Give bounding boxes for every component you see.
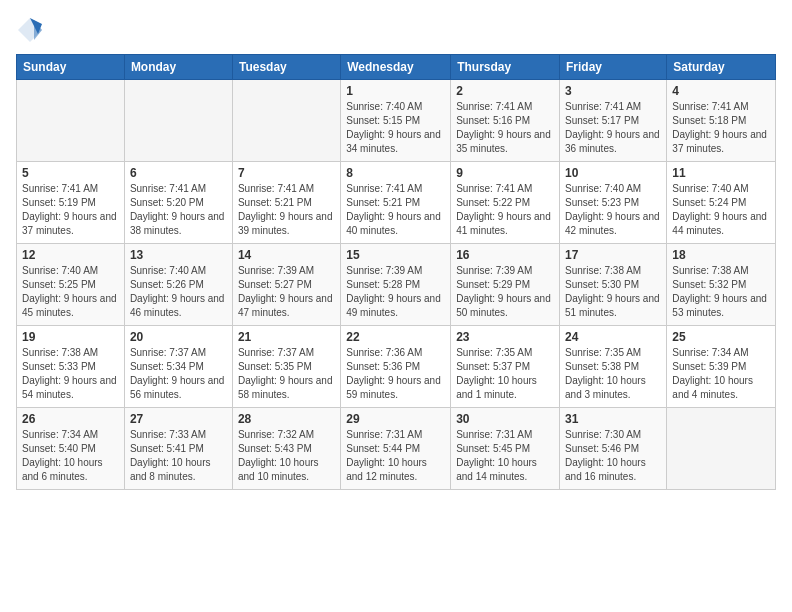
calendar-cell: 9Sunrise: 7:41 AM Sunset: 5:22 PM Daylig… [451, 162, 560, 244]
day-number: 21 [238, 330, 335, 344]
day-info: Sunrise: 7:31 AM Sunset: 5:44 PM Dayligh… [346, 428, 445, 484]
day-info: Sunrise: 7:40 AM Sunset: 5:24 PM Dayligh… [672, 182, 770, 238]
day-info: Sunrise: 7:37 AM Sunset: 5:35 PM Dayligh… [238, 346, 335, 402]
day-info: Sunrise: 7:41 AM Sunset: 5:16 PM Dayligh… [456, 100, 554, 156]
day-number: 17 [565, 248, 661, 262]
day-info: Sunrise: 7:39 AM Sunset: 5:29 PM Dayligh… [456, 264, 554, 320]
weekday-header-wednesday: Wednesday [341, 55, 451, 80]
day-number: 26 [22, 412, 119, 426]
calendar-cell: 19Sunrise: 7:38 AM Sunset: 5:33 PM Dayli… [17, 326, 125, 408]
calendar-cell: 12Sunrise: 7:40 AM Sunset: 5:25 PM Dayli… [17, 244, 125, 326]
day-number: 27 [130, 412, 227, 426]
calendar-cell [124, 80, 232, 162]
day-info: Sunrise: 7:41 AM Sunset: 5:17 PM Dayligh… [565, 100, 661, 156]
day-info: Sunrise: 7:41 AM Sunset: 5:21 PM Dayligh… [238, 182, 335, 238]
calendar-cell: 22Sunrise: 7:36 AM Sunset: 5:36 PM Dayli… [341, 326, 451, 408]
day-info: Sunrise: 7:41 AM Sunset: 5:20 PM Dayligh… [130, 182, 227, 238]
day-number: 14 [238, 248, 335, 262]
calendar-week-row: 12Sunrise: 7:40 AM Sunset: 5:25 PM Dayli… [17, 244, 776, 326]
calendar-week-row: 1Sunrise: 7:40 AM Sunset: 5:15 PM Daylig… [17, 80, 776, 162]
weekday-header-friday: Friday [560, 55, 667, 80]
weekday-header-thursday: Thursday [451, 55, 560, 80]
day-info: Sunrise: 7:39 AM Sunset: 5:27 PM Dayligh… [238, 264, 335, 320]
day-info: Sunrise: 7:41 AM Sunset: 5:21 PM Dayligh… [346, 182, 445, 238]
day-info: Sunrise: 7:40 AM Sunset: 5:25 PM Dayligh… [22, 264, 119, 320]
logo [16, 16, 48, 44]
day-info: Sunrise: 7:41 AM Sunset: 5:22 PM Dayligh… [456, 182, 554, 238]
day-info: Sunrise: 7:40 AM Sunset: 5:23 PM Dayligh… [565, 182, 661, 238]
day-info: Sunrise: 7:30 AM Sunset: 5:46 PM Dayligh… [565, 428, 661, 484]
weekday-header-monday: Monday [124, 55, 232, 80]
calendar-cell: 10Sunrise: 7:40 AM Sunset: 5:23 PM Dayli… [560, 162, 667, 244]
day-number: 2 [456, 84, 554, 98]
calendar-cell: 13Sunrise: 7:40 AM Sunset: 5:26 PM Dayli… [124, 244, 232, 326]
day-number: 6 [130, 166, 227, 180]
day-number: 15 [346, 248, 445, 262]
calendar-cell: 2Sunrise: 7:41 AM Sunset: 5:16 PM Daylig… [451, 80, 560, 162]
day-info: Sunrise: 7:38 AM Sunset: 5:33 PM Dayligh… [22, 346, 119, 402]
calendar-cell: 23Sunrise: 7:35 AM Sunset: 5:37 PM Dayli… [451, 326, 560, 408]
calendar-cell: 14Sunrise: 7:39 AM Sunset: 5:27 PM Dayli… [232, 244, 340, 326]
day-number: 12 [22, 248, 119, 262]
weekday-header-tuesday: Tuesday [232, 55, 340, 80]
day-number: 16 [456, 248, 554, 262]
day-number: 13 [130, 248, 227, 262]
day-number: 11 [672, 166, 770, 180]
calendar-cell: 6Sunrise: 7:41 AM Sunset: 5:20 PM Daylig… [124, 162, 232, 244]
day-info: Sunrise: 7:33 AM Sunset: 5:41 PM Dayligh… [130, 428, 227, 484]
calendar-body: 1Sunrise: 7:40 AM Sunset: 5:15 PM Daylig… [17, 80, 776, 490]
day-number: 25 [672, 330, 770, 344]
day-info: Sunrise: 7:37 AM Sunset: 5:34 PM Dayligh… [130, 346, 227, 402]
day-number: 19 [22, 330, 119, 344]
day-number: 10 [565, 166, 661, 180]
day-info: Sunrise: 7:38 AM Sunset: 5:32 PM Dayligh… [672, 264, 770, 320]
day-info: Sunrise: 7:40 AM Sunset: 5:15 PM Dayligh… [346, 100, 445, 156]
calendar-cell: 1Sunrise: 7:40 AM Sunset: 5:15 PM Daylig… [341, 80, 451, 162]
calendar-cell: 4Sunrise: 7:41 AM Sunset: 5:18 PM Daylig… [667, 80, 776, 162]
day-number: 18 [672, 248, 770, 262]
calendar-cell: 31Sunrise: 7:30 AM Sunset: 5:46 PM Dayli… [560, 408, 667, 490]
day-number: 28 [238, 412, 335, 426]
calendar-cell: 11Sunrise: 7:40 AM Sunset: 5:24 PM Dayli… [667, 162, 776, 244]
calendar-cell: 24Sunrise: 7:35 AM Sunset: 5:38 PM Dayli… [560, 326, 667, 408]
calendar-cell: 7Sunrise: 7:41 AM Sunset: 5:21 PM Daylig… [232, 162, 340, 244]
calendar-cell: 28Sunrise: 7:32 AM Sunset: 5:43 PM Dayli… [232, 408, 340, 490]
day-info: Sunrise: 7:41 AM Sunset: 5:19 PM Dayligh… [22, 182, 119, 238]
day-number: 23 [456, 330, 554, 344]
calendar-cell: 5Sunrise: 7:41 AM Sunset: 5:19 PM Daylig… [17, 162, 125, 244]
calendar-cell: 25Sunrise: 7:34 AM Sunset: 5:39 PM Dayli… [667, 326, 776, 408]
day-info: Sunrise: 7:39 AM Sunset: 5:28 PM Dayligh… [346, 264, 445, 320]
calendar-cell: 30Sunrise: 7:31 AM Sunset: 5:45 PM Dayli… [451, 408, 560, 490]
calendar-cell [667, 408, 776, 490]
calendar-cell: 26Sunrise: 7:34 AM Sunset: 5:40 PM Dayli… [17, 408, 125, 490]
day-number: 24 [565, 330, 661, 344]
calendar-cell: 18Sunrise: 7:38 AM Sunset: 5:32 PM Dayli… [667, 244, 776, 326]
calendar-cell: 29Sunrise: 7:31 AM Sunset: 5:44 PM Dayli… [341, 408, 451, 490]
day-number: 31 [565, 412, 661, 426]
day-info: Sunrise: 7:34 AM Sunset: 5:39 PM Dayligh… [672, 346, 770, 402]
day-info: Sunrise: 7:35 AM Sunset: 5:38 PM Dayligh… [565, 346, 661, 402]
calendar-week-row: 26Sunrise: 7:34 AM Sunset: 5:40 PM Dayli… [17, 408, 776, 490]
calendar-cell: 17Sunrise: 7:38 AM Sunset: 5:30 PM Dayli… [560, 244, 667, 326]
calendar-table: SundayMondayTuesdayWednesdayThursdayFrid… [16, 54, 776, 490]
day-info: Sunrise: 7:41 AM Sunset: 5:18 PM Dayligh… [672, 100, 770, 156]
day-number: 5 [22, 166, 119, 180]
day-number: 8 [346, 166, 445, 180]
day-number: 3 [565, 84, 661, 98]
calendar-header: SundayMondayTuesdayWednesdayThursdayFrid… [17, 55, 776, 80]
calendar-cell [17, 80, 125, 162]
day-number: 7 [238, 166, 335, 180]
calendar-cell: 15Sunrise: 7:39 AM Sunset: 5:28 PM Dayli… [341, 244, 451, 326]
calendar-cell: 27Sunrise: 7:33 AM Sunset: 5:41 PM Dayli… [124, 408, 232, 490]
calendar-cell: 8Sunrise: 7:41 AM Sunset: 5:21 PM Daylig… [341, 162, 451, 244]
day-number: 1 [346, 84, 445, 98]
day-number: 4 [672, 84, 770, 98]
day-info: Sunrise: 7:31 AM Sunset: 5:45 PM Dayligh… [456, 428, 554, 484]
day-info: Sunrise: 7:32 AM Sunset: 5:43 PM Dayligh… [238, 428, 335, 484]
day-number: 29 [346, 412, 445, 426]
day-number: 9 [456, 166, 554, 180]
header [16, 16, 776, 44]
day-number: 22 [346, 330, 445, 344]
day-info: Sunrise: 7:38 AM Sunset: 5:30 PM Dayligh… [565, 264, 661, 320]
day-info: Sunrise: 7:35 AM Sunset: 5:37 PM Dayligh… [456, 346, 554, 402]
